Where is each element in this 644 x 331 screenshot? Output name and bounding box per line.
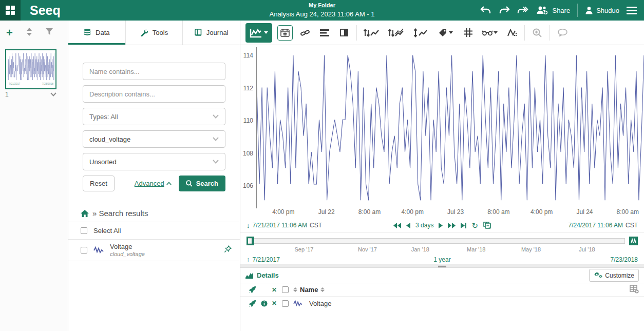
- chevron-down-icon: [213, 137, 219, 141]
- plot-area[interactable]: [256, 47, 644, 208]
- right-icon: [439, 223, 443, 228]
- database-icon: [84, 29, 91, 36]
- timebar-selected-window[interactable]: [247, 237, 254, 245]
- redo-all-button[interactable]: [517, 6, 528, 15]
- sort-asc-icon[interactable]: [293, 287, 297, 292]
- step-to-end-button[interactable]: [461, 223, 466, 228]
- y-tick-label: 112: [243, 85, 253, 92]
- result-item-voltage[interactable]: Voltage cloud_voltage: [68, 240, 240, 261]
- tab-data[interactable]: Data: [68, 21, 126, 45]
- search-icon: [186, 180, 193, 187]
- add-column-icon: [630, 285, 639, 294]
- worksheet-chevron-down-icon[interactable]: [50, 92, 56, 96]
- timebar-tick-label: May '18: [521, 246, 541, 252]
- refresh-button[interactable]: ↻: [471, 222, 478, 229]
- details-name-header[interactable]: Name: [300, 286, 318, 294]
- search-button[interactable]: Search: [179, 176, 225, 191]
- annotate-button[interactable]: [505, 25, 519, 41]
- details-chart-icon: [245, 272, 253, 279]
- timebar-start[interactable]: 7/21/2017: [253, 256, 280, 263]
- advanced-link[interactable]: Advanced: [135, 180, 172, 187]
- reorder-worksheets-button[interactable]: [26, 28, 32, 38]
- panel-resize-handle[interactable]: [240, 264, 644, 268]
- range-start[interactable]: 7/21/2017 11:06 AM: [253, 222, 308, 229]
- copy-range-button[interactable]: [483, 222, 491, 229]
- gears-icon: [594, 271, 602, 280]
- send-item-button[interactable]: [245, 300, 259, 307]
- view-mode-button[interactable]: [245, 23, 272, 43]
- header-separator: [577, 4, 578, 17]
- timebar-tick-label: Nov '17: [358, 246, 377, 252]
- apps-grid-icon: [6, 6, 15, 15]
- labels-list-button[interactable]: [317, 25, 332, 41]
- redo-button[interactable]: [499, 6, 510, 15]
- capsule-view-button[interactable]: [480, 25, 500, 41]
- timebar-track[interactable]: [247, 238, 625, 244]
- timebar-end[interactable]: 7/23/2018: [611, 256, 638, 263]
- customize-button[interactable]: Customize: [589, 269, 639, 282]
- result-checkbox[interactable]: [81, 247, 87, 254]
- y-axis-labels: 114112110108106: [240, 45, 255, 208]
- details-select-all-checkbox[interactable]: [282, 286, 289, 293]
- hamburger-menu-button[interactable]: [627, 7, 637, 14]
- worksheet-thumbnail-chart: [8, 52, 54, 82]
- data-panel: Data Tools Journal Types: All: [68, 21, 240, 331]
- share-button[interactable]: Share: [536, 6, 570, 15]
- user-menu[interactable]: Shuduo: [585, 6, 619, 14]
- date-range-button[interactable]: [277, 25, 293, 41]
- journal-book-icon: [195, 29, 202, 36]
- add-column-button[interactable]: [630, 285, 639, 295]
- trend-chart[interactable]: 114112110108106: [240, 45, 644, 208]
- one-axis-button[interactable]: [387, 25, 406, 41]
- tab-tools[interactable]: Tools: [126, 21, 183, 45]
- name-contains-input[interactable]: [83, 63, 225, 80]
- gridlines-button[interactable]: [461, 25, 475, 41]
- item-info-button[interactable]: [259, 300, 269, 307]
- x-tick-label: 4:00 pm: [531, 208, 553, 216]
- worksheet-thumbnail[interactable]: 7/21/2017 7/23/2018: [5, 49, 56, 89]
- item-checkbox[interactable]: [282, 300, 289, 307]
- caret-down-icon: [264, 31, 268, 34]
- step-forward-fast-button[interactable]: [448, 223, 456, 228]
- range-duration[interactable]: 3 days: [415, 222, 433, 229]
- rocket-icon: [249, 300, 256, 307]
- types-select[interactable]: Types: All: [83, 108, 225, 125]
- timebar-duration[interactable]: 1 year: [433, 256, 450, 263]
- tab-journal[interactable]: Journal: [183, 21, 240, 45]
- sort-icon: [26, 28, 32, 36]
- timebar-zoom-icon: [631, 238, 636, 244]
- seeq-logo: Seeq: [30, 3, 61, 18]
- remove-item-button[interactable]: ✕: [269, 300, 279, 307]
- select-all-checkbox[interactable]: [81, 227, 87, 234]
- labels-button[interactable]: [436, 25, 456, 41]
- sort-select[interactable]: Unsorted: [83, 153, 225, 170]
- description-contains-input[interactable]: [83, 85, 225, 103]
- link-button[interactable]: [298, 25, 312, 41]
- apps-menu-button[interactable]: [0, 0, 21, 21]
- step-back-button[interactable]: [406, 223, 410, 228]
- details-row-voltage[interactable]: ✕ Voltage: [240, 297, 644, 310]
- redo-all-icon: [517, 6, 528, 15]
- zoom-button[interactable]: [530, 25, 544, 41]
- add-worksheet-button[interactable]: +: [6, 27, 13, 38]
- send-all-button[interactable]: [245, 286, 259, 294]
- customize-axes-button[interactable]: [362, 25, 382, 41]
- filter-worksheets-button[interactable]: [46, 28, 53, 37]
- comment-button[interactable]: [555, 25, 570, 41]
- range-end[interactable]: 7/24/2017 11:06 AM: [568, 222, 623, 229]
- pin-icon[interactable]: [224, 245, 232, 255]
- undo-button[interactable]: [480, 6, 491, 15]
- compare-mode-button[interactable]: [337, 25, 351, 41]
- sort-desc-icon[interactable]: [320, 287, 325, 292]
- breadcrumb-my-folder[interactable]: My Folder: [309, 2, 335, 8]
- auto-scale-button[interactable]: [411, 25, 431, 41]
- remove-all-button[interactable]: ✕: [269, 286, 279, 294]
- step-forward-button[interactable]: [439, 223, 443, 228]
- user-icon: [585, 6, 593, 14]
- x-tick-label: 4:00 pm: [402, 208, 424, 216]
- reset-button[interactable]: Reset: [83, 176, 115, 191]
- home-icon[interactable]: [81, 210, 89, 217]
- timebar-zoom-button[interactable]: [629, 237, 638, 245]
- datasource-select[interactable]: cloud_voltage: [83, 130, 225, 148]
- step-back-fast-button[interactable]: [393, 223, 401, 228]
